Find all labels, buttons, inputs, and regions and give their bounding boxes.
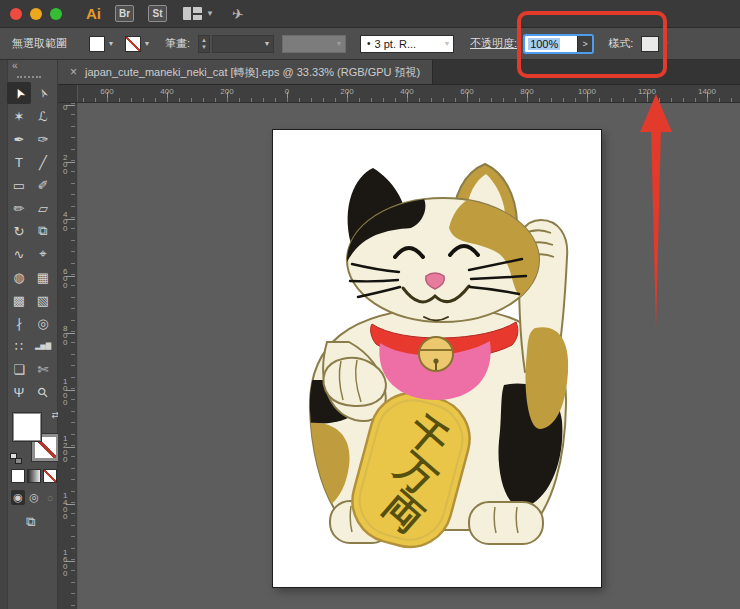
v-ruler-label-200: 2 0 0 bbox=[63, 154, 67, 175]
tool-perspective-grid[interactable]: ▦ bbox=[31, 266, 55, 288]
tool-slice[interactable]: ✄ bbox=[31, 358, 55, 380]
pen-icon: ✒ bbox=[14, 132, 25, 147]
tool-puppet-warp[interactable]: ⌖ bbox=[31, 243, 55, 265]
hand-icon: Ψ bbox=[14, 385, 25, 400]
cat-right-foot bbox=[469, 502, 543, 544]
zoom-icon: ⚲ bbox=[34, 383, 51, 400]
column-graph-icon: ▂▅▇ bbox=[35, 342, 51, 350]
v-ruler-label-1200: 1 2 0 0 bbox=[63, 435, 67, 463]
workspace-icon bbox=[183, 7, 202, 20]
document-tab-bar: × japan_cute_maneki_neki_cat [轉換].eps @ … bbox=[58, 60, 740, 85]
tool-shape-builder[interactable]: ◍ bbox=[7, 266, 31, 288]
tool-type[interactable]: T bbox=[7, 151, 31, 173]
stroke-weight-stepper[interactable]: ▲▼ bbox=[198, 35, 210, 53]
control-bar: 無選取範圍 ▼ ▼ 筆畫: ▲▼ ▼ ▼ •3 pt. R... ▼ 不透明度:… bbox=[0, 28, 740, 60]
collapse-panel-button[interactable]: « bbox=[0, 60, 57, 73]
fill-stroke-block: ⇄ bbox=[13, 413, 59, 461]
brush-definition-dropdown[interactable]: •3 pt. R... ▼ bbox=[360, 35, 454, 53]
tool-pen[interactable]: ✒ bbox=[7, 128, 31, 150]
tool-mesh[interactable]: ▩ bbox=[7, 289, 31, 311]
slice-icon: ✄ bbox=[38, 362, 49, 377]
workspace-switcher[interactable]: ▼ bbox=[183, 7, 214, 20]
ruler-row: 6004002000200400600800100012001400 bbox=[58, 85, 740, 103]
bridge-button[interactable]: Br bbox=[115, 5, 134, 22]
tool-artboard[interactable]: ❏ bbox=[7, 358, 31, 380]
none-button[interactable] bbox=[43, 469, 57, 483]
draw-behind-button[interactable]: ◎ bbox=[27, 490, 41, 505]
chevron-down-icon: ▼ bbox=[261, 36, 273, 52]
artboard[interactable]: 千 万 両 bbox=[273, 130, 601, 587]
default-fill-stroke-icon[interactable] bbox=[10, 453, 22, 464]
type-icon: T bbox=[15, 155, 23, 170]
eyedropper-icon: ∤ bbox=[16, 316, 23, 331]
v-ruler-label-600: 6 0 0 bbox=[63, 268, 67, 289]
line-segment-icon: ╱ bbox=[39, 155, 47, 170]
document-tab[interactable]: × japan_cute_maneki_neki_cat [轉換].eps @ … bbox=[58, 60, 433, 84]
stroke-weight-dropdown[interactable]: ▼ bbox=[212, 35, 274, 53]
h-ruler-label-400: 400 bbox=[160, 87, 173, 96]
h-ruler-label-0: 0 bbox=[285, 87, 289, 96]
fill-proxy-swatch[interactable] bbox=[13, 413, 41, 441]
tool-direct-selection[interactable]: ➢ bbox=[31, 82, 55, 104]
document-tab-title: japan_cute_maneki_neki_cat [轉換].eps @ 33… bbox=[85, 65, 420, 80]
color-button[interactable] bbox=[11, 469, 25, 483]
tool-scale[interactable]: ⧉ bbox=[31, 220, 55, 242]
tool-eyedropper[interactable]: ∤ bbox=[7, 312, 31, 334]
draw-normal-button[interactable]: ◉ bbox=[11, 490, 25, 505]
tool-curvature[interactable]: ✑ bbox=[31, 128, 55, 150]
stroke-color-swatch[interactable] bbox=[125, 36, 141, 52]
brush-definition-value: 3 pt. R... bbox=[375, 38, 417, 50]
h-ruler-label-200: 200 bbox=[220, 87, 233, 96]
tool-blend[interactable]: ◎ bbox=[31, 312, 55, 334]
panel-drag-grip[interactable] bbox=[17, 76, 41, 78]
close-window-button[interactable] bbox=[10, 8, 22, 20]
opacity-label[interactable]: 不透明度: bbox=[470, 36, 517, 51]
screen-mode-icon[interactable]: ⧉ bbox=[22, 514, 40, 530]
fill-chevron-icon[interactable]: ▼ bbox=[105, 36, 117, 52]
tool-gradient[interactable]: ▧ bbox=[31, 289, 55, 311]
opacity-selected-text: 100% bbox=[528, 38, 560, 50]
h-ruler-label-1400: 1400 bbox=[698, 87, 716, 96]
horizontal-ruler[interactable]: 6004002000200400600800100012001400 bbox=[78, 85, 740, 102]
tool-shaper[interactable]: ✏ bbox=[7, 197, 31, 219]
color-mode-row bbox=[11, 469, 57, 483]
style-label: 樣式: bbox=[608, 36, 633, 51]
v-ruler-label-1400: 1 4 0 0 bbox=[63, 492, 67, 520]
tool-lasso[interactable]: ℒ bbox=[31, 105, 55, 127]
gpu-performance-rocket-icon[interactable]: ✈ bbox=[231, 5, 245, 23]
tool-selection[interactable]: ➤ bbox=[7, 82, 31, 104]
tool-paintbrush[interactable]: ✐ bbox=[31, 174, 55, 196]
tool-column-graph[interactable]: ▂▅▇ bbox=[31, 335, 55, 357]
opacity-expand-button[interactable]: > bbox=[577, 36, 592, 52]
tool-magic-wand[interactable]: ✶ bbox=[7, 105, 31, 127]
title-bar: Ai Br St ▼ ✈ bbox=[0, 0, 740, 28]
stroke-chevron-icon[interactable]: ▼ bbox=[141, 36, 153, 52]
artboard-icon: ❏ bbox=[13, 362, 25, 377]
tool-line-segment[interactable]: ╱ bbox=[31, 151, 55, 173]
tool-eraser[interactable]: ▱ bbox=[31, 197, 55, 219]
canvas-pasteboard[interactable]: 02 0 04 0 06 0 08 0 01 0 0 01 2 0 01 4 0… bbox=[58, 103, 740, 609]
gradient-button[interactable] bbox=[27, 469, 41, 483]
close-tab-icon[interactable]: × bbox=[70, 65, 77, 79]
illustrator-logo: Ai bbox=[86, 5, 101, 22]
tool-rectangle[interactable]: ▭ bbox=[7, 174, 31, 196]
h-ruler-label-1000: 1000 bbox=[578, 87, 596, 96]
fill-color-swatch[interactable] bbox=[89, 36, 105, 52]
minimize-window-button[interactable] bbox=[30, 8, 42, 20]
v-ruler-label-0: 0 bbox=[63, 104, 67, 111]
style-chevron-icon[interactable]: ▼ bbox=[659, 36, 671, 52]
stroke-weight-label: 筆畫: bbox=[165, 36, 190, 51]
eraser-icon: ▱ bbox=[38, 201, 48, 216]
tool-width[interactable]: ∿ bbox=[7, 243, 31, 265]
tool-symbol-sprayer[interactable]: ∷ bbox=[7, 335, 31, 357]
tool-hand[interactable]: Ψ bbox=[7, 381, 31, 403]
stock-button[interactable]: St bbox=[148, 5, 167, 22]
ruler-origin-corner[interactable] bbox=[58, 85, 78, 102]
zoom-window-button[interactable] bbox=[50, 8, 62, 20]
direct-selection-icon: ➢ bbox=[34, 85, 52, 101]
vertical-ruler[interactable]: 02 0 04 0 06 0 08 0 01 0 0 01 2 0 01 4 0… bbox=[58, 103, 78, 609]
tool-rotate[interactable]: ↻ bbox=[7, 220, 31, 242]
opacity-input[interactable]: 100% bbox=[525, 36, 577, 52]
tool-zoom[interactable]: ⚲ bbox=[31, 381, 55, 403]
graphic-style-swatch[interactable] bbox=[641, 36, 659, 52]
